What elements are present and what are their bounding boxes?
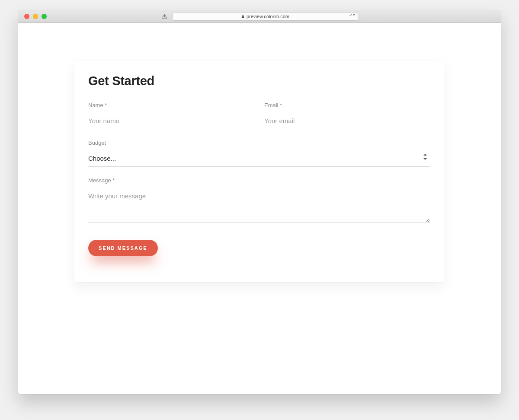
budget-label: Budget: [88, 140, 430, 146]
budget-select[interactable]: Choose...: [88, 152, 430, 167]
email-label: Email *: [264, 102, 430, 108]
lock-icon: [241, 15, 245, 19]
browser-window: preview.colorlib.com + Get Started Name …: [18, 10, 501, 394]
field-budget: Budget Choose...: [88, 140, 430, 167]
name-input[interactable]: [88, 115, 254, 129]
field-message: Message *: [88, 177, 430, 224]
close-window-button[interactable]: [24, 14, 29, 19]
fullscreen-window-button[interactable]: [42, 14, 47, 19]
title-bar: preview.colorlib.com: [18, 10, 501, 23]
field-email: Email *: [264, 102, 430, 129]
row-message: Message *: [88, 177, 430, 224]
url-host-text: preview.colorlib.com: [247, 14, 289, 19]
address-bar[interactable]: preview.colorlib.com: [172, 12, 358, 21]
window-controls: [24, 14, 47, 19]
row-budget: Budget Choose...: [88, 140, 430, 167]
name-label: Name *: [88, 102, 254, 108]
form-title: Get Started: [88, 74, 430, 88]
field-name: Name *: [88, 102, 254, 129]
toolbar-center: preview.colorlib.com: [161, 12, 358, 21]
minimize-window-button[interactable]: [33, 14, 38, 19]
message-label: Message *: [88, 177, 430, 184]
send-message-button[interactable]: SEND MESSAGE: [88, 240, 158, 256]
share-icon[interactable]: [161, 13, 168, 20]
email-input[interactable]: [264, 115, 430, 129]
refresh-icon[interactable]: [350, 13, 355, 19]
page-viewport: Get Started Name * Email * Budget Choose…: [18, 23, 501, 394]
contact-form-card: Get Started Name * Email * Budget Choose…: [74, 61, 444, 282]
message-textarea[interactable]: [88, 190, 430, 223]
row-name-email: Name * Email *: [88, 102, 430, 129]
